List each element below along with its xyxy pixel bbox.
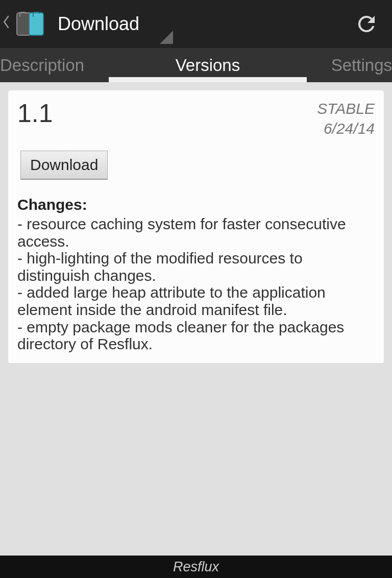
page-title: Download xyxy=(58,13,139,35)
footer-app-name: Resflux xyxy=(173,559,219,575)
version-card: 1.1 STABLE 6/24/14 Download Changes: - r… xyxy=(8,90,384,363)
refresh-icon[interactable] xyxy=(354,11,379,37)
content-area: 1.1 STABLE 6/24/14 Download Changes: - r… xyxy=(0,82,392,556)
tab-bar: Description Versions Settings xyxy=(0,48,392,82)
tab-versions[interactable]: Versions xyxy=(93,48,322,82)
version-header: 1.1 STABLE 6/24/14 xyxy=(17,99,375,138)
svg-rect-1 xyxy=(29,13,43,35)
stability-label: STABLE xyxy=(317,99,375,118)
version-number: 1.1 xyxy=(17,99,53,128)
changes-body: - resource caching system for faster con… xyxy=(17,215,375,353)
download-button[interactable]: Download xyxy=(20,151,108,180)
tab-description[interactable]: Description xyxy=(0,48,93,82)
footer-bar: Resflux xyxy=(0,556,392,578)
tab-settings[interactable]: Settings xyxy=(322,48,392,82)
app-icon[interactable] xyxy=(13,7,47,41)
title-spinner[interactable]: Download xyxy=(58,0,139,48)
back-icon[interactable] xyxy=(3,10,13,39)
version-meta: STABLE 6/24/14 xyxy=(317,99,375,138)
dropdown-icon xyxy=(160,31,173,44)
changes-heading: Changes: xyxy=(17,196,375,213)
release-date: 6/24/14 xyxy=(317,118,375,138)
action-bar: Download xyxy=(0,0,392,48)
